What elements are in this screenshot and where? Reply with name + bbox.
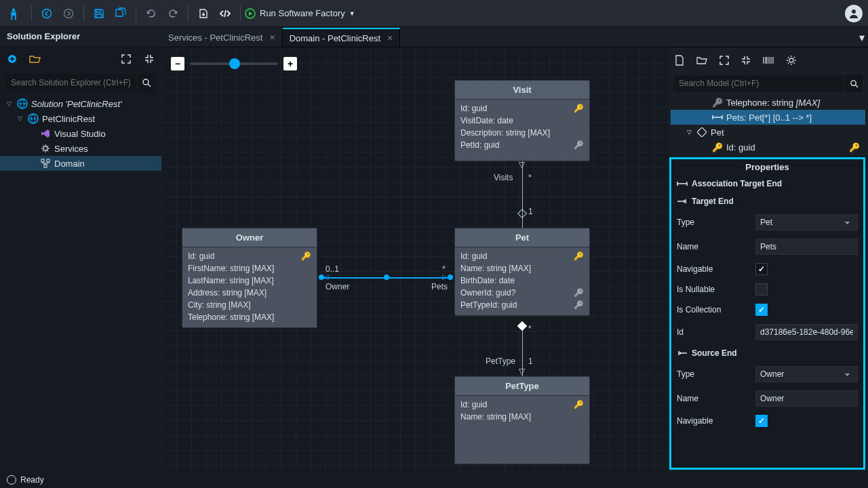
svg-point-12 [789, 58, 793, 62]
model-node-telephone[interactable]: 🔑Telephone: string [MAX] [671, 95, 865, 110]
svg-point-13 [850, 80, 855, 85]
forward-icon[interactable] [59, 4, 78, 23]
expand-icon[interactable] [119, 52, 133, 66]
nullable-checkbox[interactable] [755, 283, 768, 296]
svg-rect-9 [41, 159, 44, 162]
run-button[interactable]: Run Software Factory ▼ [245, 8, 355, 19]
association-icon [711, 114, 724, 121]
properties-panel: Properties Association Target End Target… [669, 157, 865, 470]
key-icon: 🔑 [711, 98, 724, 108]
model-node-pets[interactable]: Pets: Pet[*] [0..1 --> *] [671, 110, 865, 125]
diamond-filled-icon [517, 321, 527, 331]
collapse-icon[interactable] [142, 52, 156, 66]
tree-visual-studio[interactable]: Visual Studio [0, 126, 161, 141]
key-icon: 🔑 [849, 142, 860, 152]
tree-project[interactable]: ▽PetClinicRest [0, 111, 161, 126]
solution-explorer-title: Solution Explorer [0, 27, 161, 46]
svg-rect-10 [47, 159, 50, 162]
class-icon [696, 127, 708, 137]
code-icon[interactable] [216, 4, 235, 23]
new-item-icon[interactable] [5, 52, 19, 66]
key-icon: 🔑 [574, 300, 584, 310]
app-logo [5, 5, 22, 22]
folder-open-icon[interactable] [696, 56, 707, 65]
tab-domain[interactable]: Domain - PetClinicRest× [283, 28, 401, 47]
close-icon[interactable]: × [269, 32, 275, 43]
name-input[interactable] [755, 239, 858, 255]
svg-point-5 [143, 79, 149, 85]
save-icon[interactable] [90, 4, 108, 23]
endpoint-icon[interactable] [448, 274, 453, 280]
tree-services[interactable]: Services [0, 141, 161, 156]
svg-rect-11 [44, 165, 47, 167]
collapse-all-icon[interactable] [741, 56, 751, 65]
zoom-in-button[interactable]: + [283, 57, 297, 70]
key-icon: 🔑 [574, 400, 584, 409]
svg-point-1 [64, 9, 73, 18]
model-node-pet[interactable]: ▽Pet [671, 125, 865, 140]
diagram-canvas[interactable]: − + Visit Id: guid🔑 VisitDate: date Desc… [161, 47, 668, 471]
key-icon: 🔑 [574, 288, 584, 298]
key-icon: 🔑 [301, 251, 311, 261]
properties-title: Properties [671, 159, 863, 175]
search-icon[interactable] [845, 75, 863, 92]
key-icon: 🔑 [574, 104, 584, 113]
status-text: Ready [20, 475, 44, 485]
key-icon: 🔑 [711, 142, 724, 152]
open-folder-icon[interactable] [28, 52, 42, 66]
navigable-checkbox[interactable] [755, 263, 768, 275]
svg-rect-14 [697, 127, 707, 137]
barcode-icon[interactable] [763, 56, 774, 65]
model-search-input[interactable] [673, 75, 844, 92]
source-type-select[interactable]: Owner [755, 366, 858, 382]
tree-domain[interactable]: Domain [0, 156, 161, 171]
model-node-id[interactable]: 🔑Id: guid🔑 [671, 140, 865, 155]
redo-icon[interactable] [163, 4, 182, 23]
svg-point-0 [43, 9, 52, 18]
run-label: Run Software Factory [260, 8, 345, 18]
save-all-icon[interactable] [111, 4, 130, 23]
key-icon: 🔑 [574, 251, 584, 261]
diamond-icon [517, 209, 527, 218]
source-navigable-checkbox[interactable] [755, 415, 768, 427]
tab-services[interactable]: Services - PetClinicRest× [161, 28, 283, 47]
search-icon[interactable] [137, 73, 156, 92]
close-icon[interactable]: × [387, 33, 393, 43]
entity-visit[interactable]: Visit Id: guid🔑 VisitDate: date Descript… [454, 80, 590, 161]
zoom-out-button[interactable]: − [171, 57, 184, 70]
entity-pettype[interactable]: PetType Id: guid🔑 Name: string [MAX] [454, 376, 590, 464]
entity-owner[interactable]: Owner Id: guid🔑 FirstName: string [MAX] … [182, 228, 317, 328]
source-name-input[interactable] [755, 390, 858, 407]
file-icon[interactable] [675, 55, 684, 66]
explorer-search-input[interactable] [5, 74, 136, 92]
export-icon[interactable] [194, 4, 213, 23]
user-avatar-icon[interactable] [845, 5, 863, 22]
back-icon[interactable] [37, 4, 56, 23]
endpoint-handle-icon[interactable] [384, 274, 389, 280]
settings-gear-icon[interactable] [786, 55, 797, 66]
zoom-slider[interactable] [190, 62, 278, 65]
entity-pet[interactable]: Pet Id: guid🔑 Name: string [MAX] BirthDa… [454, 228, 590, 316]
tab-overflow-icon[interactable]: ▾ [856, 28, 868, 47]
status-icon [7, 475, 16, 485]
undo-icon[interactable] [142, 4, 161, 23]
key-icon: 🔑 [574, 140, 584, 150]
svg-point-3 [852, 9, 856, 14]
collection-checkbox[interactable] [755, 304, 768, 316]
expand-all-icon[interactable] [719, 56, 729, 65]
type-select[interactable]: Pet [755, 214, 858, 230]
tree-solution[interactable]: ▽Solution 'PetClinicRest' [0, 96, 161, 111]
id-input[interactable] [755, 324, 858, 340]
svg-point-8 [43, 146, 47, 150]
